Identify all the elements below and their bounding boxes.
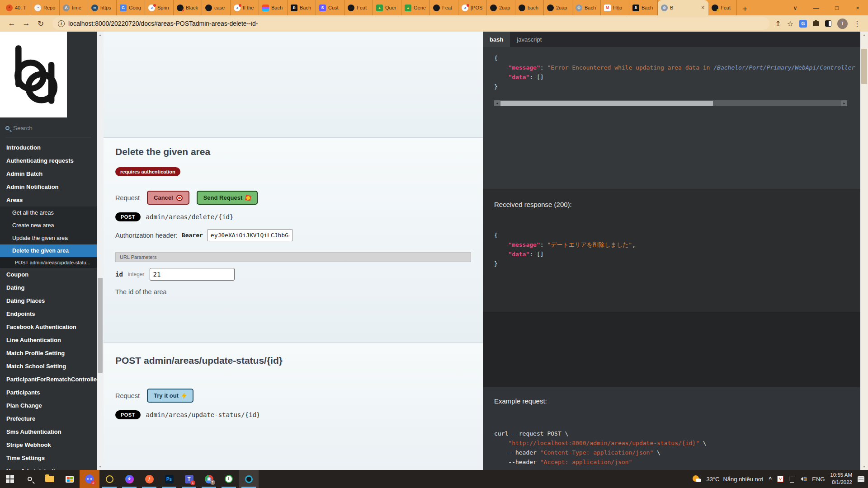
sidebar-item[interactable]: Match Profile Setting bbox=[0, 347, 97, 360]
reload-icon[interactable]: ↻ bbox=[34, 17, 47, 30]
extensions-puzzle-icon[interactable] bbox=[813, 21, 819, 26]
send-request-button[interactable]: Send Request bbox=[197, 191, 258, 205]
browser-tab[interactable]: BBach bbox=[629, 0, 658, 15]
bookmark-star-icon[interactable]: ☆ bbox=[787, 19, 793, 28]
browser-tab[interactable]: 2uap bbox=[487, 0, 515, 15]
postman-button[interactable]: / bbox=[139, 470, 159, 488]
browser-tab[interactable]: *40. T bbox=[3, 0, 31, 15]
sidebar-item[interactable]: ParticipantForRematchController bbox=[0, 373, 97, 386]
sidebar-item[interactable]: Authenticating requests bbox=[0, 154, 97, 167]
taskbar-clock[interactable]: 10:55 AM 8/1/2022 bbox=[830, 472, 852, 486]
sidebar-item[interactable]: Plan Change bbox=[0, 399, 97, 412]
cancel-button[interactable]: Cancel bbox=[147, 191, 189, 205]
sidebar-item[interactable]: Line Authentication bbox=[0, 333, 97, 347]
browser-tab[interactable]: MHộp bbox=[601, 0, 629, 15]
browser-tab[interactable]: 2uap bbox=[544, 0, 572, 15]
scroll-up-icon[interactable]: ▲ bbox=[97, 32, 104, 38]
scroll-up-icon[interactable]: ▲ bbox=[860, 32, 868, 38]
sidebar-item[interactable]: Admin Notification bbox=[0, 180, 97, 193]
scroll-right-icon[interactable]: ► bbox=[841, 100, 847, 106]
scrollbar-thumb[interactable] bbox=[861, 49, 867, 84]
browser-tab[interactable]: ▴Quer bbox=[373, 0, 401, 15]
scrollbar-thumb[interactable] bbox=[98, 278, 103, 373]
url-field[interactable]: i localhost:8000/20220720/docs#areas-POS… bbox=[52, 17, 769, 30]
scroll-down-icon[interactable]: ▼ bbox=[97, 463, 104, 470]
teams-button[interactable]: T 1 bbox=[179, 470, 199, 488]
sidepanel-extension-icon[interactable] bbox=[825, 20, 831, 27]
browser-tab[interactable]: ◕[POS bbox=[458, 0, 487, 15]
file-explorer-button[interactable] bbox=[40, 470, 60, 488]
share-icon[interactable]: ↥ bbox=[775, 19, 781, 28]
sidebar-item[interactable]: Time Settings bbox=[0, 451, 97, 465]
scroll-left-icon[interactable]: ◄ bbox=[494, 100, 500, 106]
browser-tab[interactable]: BBach bbox=[288, 0, 316, 15]
bearer-token-input[interactable] bbox=[207, 229, 293, 241]
close-icon[interactable]: × bbox=[847, 0, 868, 15]
browser-tab[interactable]: Feat bbox=[708, 0, 737, 15]
back-icon[interactable]: ← bbox=[5, 17, 18, 30]
active-app-button[interactable] bbox=[239, 470, 259, 488]
hscrollbar-thumb[interactable] bbox=[500, 101, 713, 106]
start-button[interactable] bbox=[0, 470, 20, 488]
discord-button[interactable]: 2 bbox=[80, 470, 99, 488]
sidebar-item[interactable]: Sms Authentication bbox=[0, 425, 97, 438]
browser-tab[interactable]: Bach bbox=[259, 0, 288, 15]
id-param-input[interactable] bbox=[150, 268, 235, 281]
sidebar-item[interactable]: Update the given area bbox=[0, 232, 97, 244]
browser-tab[interactable]: case bbox=[202, 0, 231, 15]
try-it-out-button[interactable]: Try it out bbox=[147, 389, 193, 403]
tab-search-icon[interactable]: ∨ bbox=[785, 0, 806, 15]
antivirus-tray-icon[interactable]: V bbox=[777, 476, 783, 482]
browser-tab[interactable]: bach bbox=[515, 0, 544, 15]
sidebar-item[interactable]: Endpoints bbox=[0, 307, 97, 320]
yellow-app-button[interactable] bbox=[99, 470, 119, 488]
page-scrollbar[interactable]: ▲ ▼ bbox=[860, 32, 868, 470]
browser-tab[interactable]: ∞https bbox=[88, 0, 117, 15]
tray-expand-icon[interactable]: ^ bbox=[769, 476, 772, 482]
language-indicator[interactable]: ENG bbox=[812, 476, 825, 483]
volume-icon[interactable]: ))) bbox=[801, 477, 807, 481]
sidebar-item[interactable]: Coupon bbox=[0, 268, 97, 281]
browser-tab[interactable]: ◕Sprin bbox=[145, 0, 174, 15]
network-icon[interactable] bbox=[789, 477, 795, 481]
sidebar-item[interactable]: Create new area bbox=[0, 219, 97, 232]
browser-tab[interactable]: ◔Repo bbox=[31, 0, 60, 15]
sidebar-item[interactable]: Introduction bbox=[0, 141, 97, 154]
photoshop-button[interactable]: Ps bbox=[159, 470, 179, 488]
notification-center-icon[interactable] bbox=[858, 476, 864, 482]
tab-close-icon[interactable]: × bbox=[700, 5, 705, 11]
browser-menu-icon[interactable]: ⋮ bbox=[854, 19, 861, 28]
clock-app-button[interactable] bbox=[219, 470, 239, 488]
browser-tab[interactable]: SCust bbox=[316, 0, 344, 15]
messenger-button[interactable] bbox=[119, 470, 139, 488]
sidebar-item[interactable]: Match School Setting bbox=[0, 360, 97, 373]
sidebar-item[interactable]: Areas bbox=[0, 193, 97, 206]
sidebar-item[interactable]: Dating bbox=[0, 281, 97, 294]
minimize-icon[interactable]: — bbox=[806, 0, 826, 15]
weather-widget[interactable]: 33°C Nắng nhiều nơi bbox=[693, 475, 763, 483]
sidebar-item[interactable]: Dating Places bbox=[0, 294, 97, 307]
scroll-down-icon[interactable]: ▼ bbox=[860, 463, 868, 470]
browser-tab[interactable]: ×Black bbox=[174, 0, 202, 15]
sidebar-item[interactable]: Facebook Authentication bbox=[0, 320, 97, 333]
language-tab-javascript[interactable]: javascript bbox=[510, 32, 548, 47]
content-scrollbar[interactable]: ▲ ▼ bbox=[97, 32, 104, 470]
browser-tab[interactable]: GGoog bbox=[117, 0, 145, 15]
translate-icon[interactable]: G bbox=[799, 20, 807, 28]
chrome-button[interactable]: T bbox=[199, 470, 219, 488]
browser-tab[interactable]: ▴Gene bbox=[401, 0, 430, 15]
browser-tab-active[interactable]: ⊕B× bbox=[658, 0, 708, 15]
new-tab-button[interactable]: + bbox=[739, 3, 751, 15]
code-horizontal-scrollbar[interactable]: ◄ ► bbox=[494, 100, 847, 106]
browser-tab[interactable]: Feat bbox=[430, 0, 458, 15]
search-input[interactable] bbox=[13, 125, 81, 131]
profile-avatar[interactable]: T bbox=[837, 19, 848, 29]
browser-tab[interactable]: Feat bbox=[344, 0, 373, 15]
language-tab-bash[interactable]: bash bbox=[483, 32, 510, 47]
sidebar-item[interactable]: Stripe Webhook bbox=[0, 438, 97, 451]
sidebar-item-active[interactable]: Delete the given area bbox=[0, 244, 97, 257]
site-info-icon[interactable]: i bbox=[58, 20, 65, 27]
browser-tab[interactable]: ⊕Bach bbox=[572, 0, 601, 15]
restore-icon[interactable]: □ bbox=[826, 0, 847, 15]
sidebar-item[interactable]: Participants bbox=[0, 386, 97, 399]
